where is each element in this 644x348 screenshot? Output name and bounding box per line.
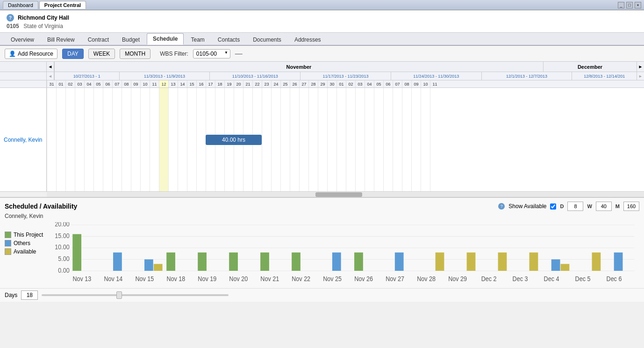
gantt-day-col bbox=[336, 88, 346, 191]
chart-date-label: Nov 27 bbox=[386, 276, 404, 283]
legend-others: Others bbox=[5, 240, 47, 246]
tab-bill-review[interactable]: Bill Review bbox=[41, 34, 81, 45]
tab-overview[interactable]: Overview bbox=[5, 34, 40, 45]
slider-thumb[interactable] bbox=[116, 291, 122, 299]
gantt-day-col bbox=[168, 88, 178, 191]
m-value-input[interactable] bbox=[623, 202, 639, 211]
bar-rect bbox=[260, 253, 269, 271]
gantt-container: ◄ November December ► ◄ 10/27/2013 - 1 1… bbox=[0, 62, 644, 197]
gantt-day-col bbox=[196, 88, 206, 191]
bar-chart: 20.0015.0010.005.000.00Nov 13Nov 14Nov 1… bbox=[51, 222, 639, 284]
day-header-cell: 02 bbox=[346, 80, 355, 88]
view-week-button[interactable]: WEEK bbox=[88, 49, 115, 59]
tab-team[interactable]: Team bbox=[185, 34, 210, 45]
day-header-cell: 16 bbox=[196, 80, 206, 88]
bar-rect bbox=[354, 253, 363, 271]
bar-rect bbox=[498, 253, 507, 271]
gantt-resource-label: Connelly, Kevin bbox=[0, 88, 47, 191]
tab-budget[interactable]: Budget bbox=[116, 34, 146, 45]
day-header-cell: 05 bbox=[93, 80, 103, 88]
days-label: Days bbox=[5, 292, 17, 298]
gantt-day-col bbox=[65, 88, 75, 191]
availability-section: Scheduled / Availability ? Show Availabl… bbox=[0, 197, 644, 288]
gantt-day-col bbox=[103, 88, 112, 191]
bar-rect bbox=[332, 253, 341, 271]
day-header-cell: 27 bbox=[299, 80, 308, 88]
chart-svg: 20.0015.0010.005.000.00Nov 13Nov 14Nov 1… bbox=[51, 222, 639, 283]
week-2: 11/3/2013 - 11/9/2013 bbox=[119, 72, 210, 80]
day-header-cell: 23 bbox=[262, 80, 271, 88]
view-month-button[interactable]: MONTH bbox=[120, 49, 150, 59]
view-day-button[interactable]: DAY bbox=[62, 49, 84, 59]
gantt-day-col bbox=[290, 88, 299, 191]
w-label: W bbox=[587, 203, 592, 209]
help-icon[interactable]: ? bbox=[7, 14, 14, 22]
day-header-cell: 29 bbox=[318, 80, 327, 88]
day-header-cell: 03 bbox=[355, 80, 365, 88]
d-value-input[interactable] bbox=[567, 202, 583, 211]
tab-project-central[interactable]: Project Central bbox=[39, 1, 86, 9]
gantt-body: Connelly, Kevin 40.00 hrs bbox=[0, 88, 644, 191]
day-header-cell: 15 bbox=[187, 80, 196, 88]
project-subtitle: State of Virginia bbox=[23, 23, 63, 29]
title-tabs: Dashboard Project Central bbox=[3, 1, 86, 9]
chart-date-label: Nov 18 bbox=[166, 276, 185, 283]
dash-button[interactable]: — bbox=[235, 50, 243, 58]
chart-date-label: Nov 22 bbox=[292, 276, 310, 283]
slider-track[interactable] bbox=[42, 294, 229, 296]
maximize-button[interactable]: □ bbox=[626, 2, 633, 8]
gantt-day-col bbox=[93, 88, 103, 191]
gantt-day-col bbox=[393, 88, 402, 191]
gantt-day-col bbox=[355, 88, 365, 191]
chart-date-label: Nov 29 bbox=[448, 276, 467, 283]
gantt-day-col bbox=[299, 88, 308, 191]
availability-person-name: Connelly, Kevin bbox=[5, 213, 639, 219]
add-resource-button[interactable]: 👤 Add Resource bbox=[5, 49, 57, 59]
prev-month-button[interactable]: ◄ bbox=[47, 62, 54, 72]
next-month-button[interactable]: ► bbox=[637, 62, 644, 72]
tab-documents[interactable]: Documents bbox=[247, 34, 287, 45]
minimize-button[interactable]: _ bbox=[618, 2, 624, 8]
gantt-day-col bbox=[112, 88, 122, 191]
bar-rect bbox=[113, 253, 122, 271]
window-controls: _ □ × bbox=[618, 2, 641, 8]
nav-tabs: Overview Bill Review Contract Budget Sch… bbox=[0, 33, 644, 46]
day-header-cell: 09 bbox=[411, 80, 421, 88]
gantt-scrollbar-thumb[interactable] bbox=[315, 192, 362, 197]
task-bar[interactable]: 40.00 hrs bbox=[206, 135, 262, 145]
schedule-toolbar: 👤 Add Resource DAY WEEK MONTH WBS Filter… bbox=[0, 46, 644, 62]
project-header: ? Richmond City Hall 0105 State of Virgi… bbox=[0, 10, 644, 33]
day-header-cell: 12 bbox=[159, 80, 168, 88]
w-value-input[interactable] bbox=[596, 202, 612, 211]
bar-rect bbox=[292, 253, 301, 271]
gantt-scrollbar-track[interactable] bbox=[47, 192, 644, 197]
tab-addresses[interactable]: Addresses bbox=[288, 34, 327, 45]
day-header-cell: 11 bbox=[430, 80, 439, 88]
chart-area: This Project Others Available 20.0015.00… bbox=[5, 222, 639, 284]
days-input[interactable] bbox=[21, 290, 38, 300]
tab-dashboard[interactable]: Dashboard bbox=[3, 1, 38, 9]
gantt-scrollbar[interactable] bbox=[0, 191, 644, 197]
gantt-day-col bbox=[411, 88, 421, 191]
help-icon-avail: ? bbox=[498, 203, 505, 210]
availability-controls: ? Show Available D W M bbox=[498, 202, 639, 211]
close-button[interactable]: × bbox=[635, 2, 641, 8]
tab-schedule[interactable]: Schedule bbox=[147, 33, 184, 45]
gantt-day-col bbox=[271, 88, 280, 191]
wbs-filter-select[interactable]: 0105-00 bbox=[193, 49, 230, 58]
show-available-checkbox[interactable] bbox=[550, 203, 556, 210]
svg-text:5.00: 5.00 bbox=[58, 255, 69, 262]
bar-rect bbox=[467, 253, 476, 271]
legend-color-available bbox=[5, 248, 11, 255]
tab-contacts[interactable]: Contacts bbox=[212, 34, 246, 45]
chart-date-label: Nov 21 bbox=[260, 276, 279, 283]
gantt-day-col bbox=[430, 88, 439, 191]
gantt-day-col bbox=[178, 88, 187, 191]
tab-contract[interactable]: Contract bbox=[82, 34, 115, 45]
bar-rect bbox=[592, 253, 601, 271]
bar-rect bbox=[436, 253, 444, 271]
gantt-day-col bbox=[262, 88, 271, 191]
gantt-day-col bbox=[402, 88, 411, 191]
gantt-day-col bbox=[75, 88, 84, 191]
chart-date-label: Dec 6 bbox=[607, 276, 622, 283]
